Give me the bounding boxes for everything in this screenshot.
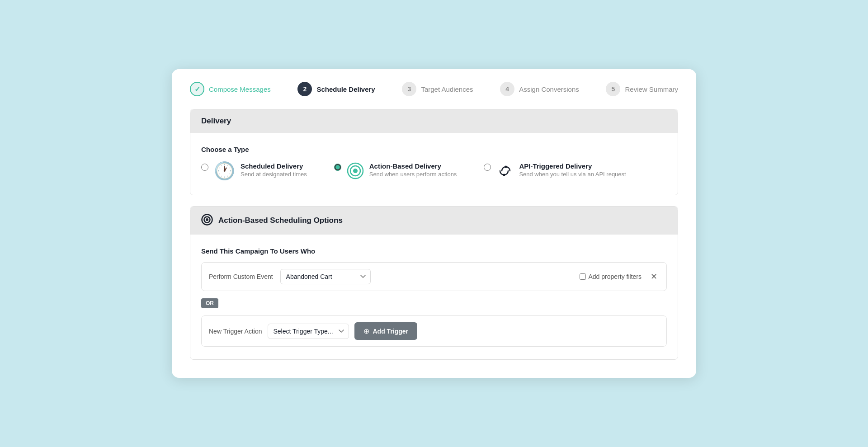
clock-icon: 🕐 [214,162,235,179]
scheduling-body: Send This Campaign To Users Who Perform … [190,235,678,359]
scheduling-title: Action-Based Scheduling Options [218,216,343,225]
radio-scheduled[interactable] [201,164,208,171]
step-assign[interactable]: 4 Assign Conversions [500,82,579,96]
step-schedule[interactable]: 2 Schedule Delivery [297,82,375,96]
scheduled-name: Scheduled Delivery [241,162,307,170]
step-circle-review: 5 [606,82,620,96]
step-label-compose: Compose Messages [209,85,271,93]
delivery-section: Delivery Choose a Type 🕐 Scheduled Deliv… [190,109,678,195]
step-label-assign: Assign Conversions [519,85,579,93]
choose-type-label: Choose a Type [201,146,667,153]
scheduling-header: Action-Based Scheduling Options [190,207,678,235]
radio-api[interactable] [484,164,491,171]
step-circle-schedule: 2 [297,82,312,96]
target-icon [347,162,364,182]
property-filters-checkbox[interactable] [580,273,586,280]
radio-action[interactable] [334,164,341,171]
step-target[interactable]: 3 Target Audiences [402,82,473,96]
add-property-filters-container: Add property filters [580,273,642,280]
step-circle-target: 3 [402,82,416,96]
target-icon-header [201,214,213,227]
api-name: API-Triggered Delivery [519,162,626,170]
send-campaign-label: Send This Campaign To Users Who [201,247,667,255]
main-card: ✓ Compose Messages 2 Schedule Delivery 3… [172,69,696,378]
add-trigger-label: Add Trigger [373,328,409,335]
delivery-section-header: Delivery [190,109,678,133]
api-text: API-Triggered Delivery Send when you tel… [519,162,626,178]
scheduling-header-content: Action-Based Scheduling Options [201,214,667,227]
step-circle-compose: ✓ [190,82,204,96]
step-compose[interactable]: ✓ Compose Messages [190,82,271,96]
action-text: Action-Based Delivery Send when users pe… [369,162,457,178]
delivery-option-scheduled[interactable]: 🕐 Scheduled Delivery Send at designated … [201,162,307,179]
svg-point-4 [503,174,505,176]
scheduling-section: Action-Based Scheduling Options Send Thi… [190,206,678,360]
step-label-review: Review Summary [625,85,678,93]
delivery-option-api[interactable]: API-Triggered Delivery Send when you tel… [484,162,626,182]
step-label-schedule: Schedule Delivery [316,85,375,93]
trigger-row-abandoned-cart: Perform Custom Event Abandoned Cart Add … [201,262,667,291]
step-circle-assign: 4 [500,82,514,96]
action-desc: Send when users perform actions [369,171,457,178]
scheduled-text: Scheduled Delivery Send at designated ti… [241,162,307,178]
api-desc: Send when you tell us via an API request [519,171,626,178]
perform-custom-event-label: Perform Custom Event [209,273,273,280]
new-trigger-row: New Trigger Action Select Trigger Type..… [201,315,667,347]
stepper: ✓ Compose Messages 2 Schedule Delivery 3… [172,69,696,109]
delivery-options: 🕐 Scheduled Delivery Send at designated … [201,162,667,182]
api-icon [496,162,514,182]
delivery-option-action[interactable]: Action-Based Delivery Send when users pe… [334,162,457,182]
step-review[interactable]: 5 Review Summary [606,82,678,96]
svg-point-2 [353,169,358,173]
event-select[interactable]: Abandoned Cart [280,269,371,284]
content-area: Delivery Choose a Type 🕐 Scheduled Deliv… [190,109,678,360]
delivery-title: Delivery [201,117,231,125]
add-trigger-button[interactable]: ⊕ Add Trigger [354,322,418,340]
scheduled-desc: Send at designated times [241,171,307,178]
or-badge: OR [201,298,218,308]
remove-trigger-button[interactable]: ✕ [649,273,659,281]
svg-point-7 [206,218,208,221]
trigger-type-select[interactable]: Select Trigger Type... [268,324,349,339]
action-name: Action-Based Delivery [369,162,457,170]
new-trigger-label: New Trigger Action [209,328,262,335]
svg-point-3 [505,166,507,168]
property-filters-label[interactable]: Add property filters [589,273,642,280]
delivery-body: Choose a Type 🕐 Scheduled Delivery Send … [190,133,678,195]
plus-icon: ⊕ [363,327,369,335]
step-label-target: Target Audiences [421,85,473,93]
